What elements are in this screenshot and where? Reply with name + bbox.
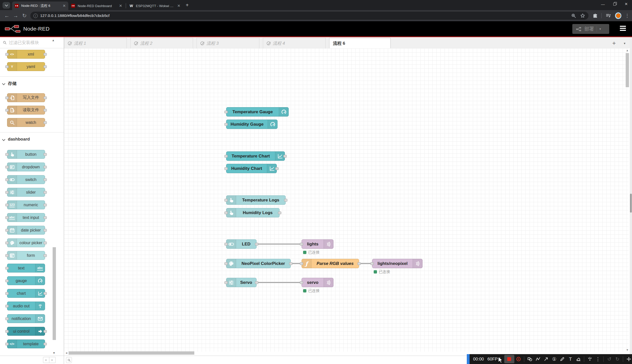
- extensions-puzzle-icon[interactable]: [593, 13, 598, 18]
- palette-node-text-input[interactable]: abctext input: [7, 213, 45, 222]
- output-port[interactable]: [278, 211, 281, 214]
- input-port[interactable]: [224, 167, 228, 170]
- input-port[interactable]: [5, 317, 9, 320]
- input-port[interactable]: [224, 123, 228, 126]
- output-port[interactable]: [255, 243, 258, 245]
- text-tool-icon[interactable]: T: [567, 356, 574, 362]
- add-flow-button[interactable]: +: [612, 41, 616, 46]
- undo-tool-icon[interactable]: ↺: [606, 356, 613, 362]
- input-port[interactable]: [5, 216, 9, 219]
- output-port[interactable]: [44, 121, 47, 124]
- palette-node-gauge[interactable]: gauge: [7, 276, 45, 285]
- flow-node-led[interactable]: LED: [226, 239, 257, 249]
- palette-node-写入文件[interactable]: 写入文件: [7, 93, 45, 102]
- palette-node-date-picker[interactable]: date picker: [7, 226, 45, 235]
- scroll-down-icon[interactable]: ▼: [626, 348, 629, 351]
- input-port[interactable]: [224, 262, 228, 265]
- palette-node-numeric[interactable]: 123numeric: [7, 200, 45, 209]
- input-port[interactable]: [224, 243, 228, 245]
- flow-node-servo[interactable]: servo: [302, 278, 333, 287]
- palette-node-watch[interactable]: watch: [7, 118, 45, 127]
- browser-tab-2[interactable]: Node-RED Dashboard✕: [69, 2, 125, 10]
- main-menu-button[interactable]: [620, 26, 626, 32]
- input-port[interactable]: [300, 281, 303, 284]
- palette-node-yaml[interactable]: Yyaml: [7, 62, 45, 71]
- output-port[interactable]: [44, 216, 47, 219]
- scroll-up-icon[interactable]: ▲: [626, 49, 629, 52]
- input-port[interactable]: [5, 153, 9, 156]
- deploy-options-caret[interactable]: ▾: [597, 26, 601, 32]
- output-port[interactable]: [289, 262, 292, 265]
- flow-tab-流程-4[interactable]: 流程 4: [263, 38, 326, 48]
- output-port[interactable]: [357, 262, 361, 265]
- palette-node-switch[interactable]: switch: [7, 175, 45, 184]
- canvas-zoom-button[interactable]: [66, 357, 72, 363]
- category-header-存储[interactable]: 存储: [3, 80, 64, 87]
- input-port[interactable]: [5, 178, 9, 181]
- input-port[interactable]: [224, 211, 228, 214]
- input-port[interactable]: [5, 292, 9, 295]
- counter-tool-icon[interactable]: ①: [551, 356, 558, 362]
- output-port[interactable]: [44, 229, 47, 232]
- output-port[interactable]: [44, 53, 47, 56]
- input-port[interactable]: [5, 229, 9, 232]
- pause-tool-icon[interactable]: [515, 356, 522, 362]
- redo-tool-icon[interactable]: ↻: [614, 356, 621, 362]
- palette-node-template[interactable]: </>template: [7, 339, 45, 348]
- flow-node-temperature-gauge[interactable]: Temperature Gauge: [226, 107, 289, 117]
- palette-scrollbar[interactable]: [53, 247, 56, 340]
- collapse-categories-button[interactable]: »: [43, 357, 49, 363]
- output-port[interactable]: [44, 343, 47, 345]
- palette-node-ui-control[interactable]: ui control: [7, 327, 45, 336]
- output-port[interactable]: [275, 167, 279, 170]
- input-port[interactable]: [5, 96, 9, 99]
- output-port[interactable]: [44, 330, 47, 333]
- flow-tab-流程-6[interactable]: 流程 6: [329, 38, 391, 48]
- input-port[interactable]: [5, 203, 9, 206]
- flow-node-lights[interactable]: lights: [302, 239, 333, 249]
- tab-close-icon[interactable]: ✕: [62, 4, 66, 8]
- output-port[interactable]: [44, 65, 47, 68]
- recorder-drag-handle[interactable]: [467, 354, 470, 364]
- output-port[interactable]: [44, 153, 47, 156]
- palette-node-slider[interactable]: slider: [7, 188, 45, 197]
- profile-avatar[interactable]: [615, 12, 621, 19]
- tab-search-button[interactable]: [3, 2, 10, 9]
- window-close-button[interactable]: ✕: [620, 0, 632, 8]
- pencil-tool-icon[interactable]: [559, 356, 566, 362]
- palette-node-audio-out[interactable]: audio out: [7, 302, 45, 310]
- bookmark-star-icon[interactable]: [580, 13, 585, 18]
- palette-node-notification[interactable]: notification: [7, 314, 45, 323]
- expand-categories-button[interactable]: «: [49, 357, 56, 363]
- canvas-vertical-scrollbar[interactable]: ▲ ▼: [626, 49, 629, 351]
- flow-list-button[interactable]: ▾: [624, 41, 625, 45]
- input-port[interactable]: [5, 65, 9, 68]
- window-minimize-button[interactable]: —: [597, 0, 609, 8]
- site-info-icon[interactable]: i: [33, 14, 38, 18]
- palette-scroll-down-icon[interactable]: ▼: [53, 351, 55, 354]
- output-port[interactable]: [283, 155, 287, 157]
- palette-node-button[interactable]: button: [7, 150, 45, 159]
- input-port[interactable]: [5, 330, 9, 333]
- freehand-tool-icon[interactable]: [534, 356, 542, 362]
- scroll-left-icon[interactable]: ◄: [65, 351, 68, 354]
- output-port[interactable]: [44, 203, 47, 206]
- move-tool-icon[interactable]: [625, 356, 632, 362]
- forward-button[interactable]: →: [11, 13, 20, 19]
- input-port[interactable]: [300, 262, 303, 265]
- output-port[interactable]: [44, 241, 47, 244]
- flow-node-humidity-logs[interactable]: Humidity Logs: [226, 208, 280, 217]
- browser-menu-dots-icon[interactable]: ⋮: [625, 13, 629, 18]
- arrow-tool-icon[interactable]: [542, 356, 550, 362]
- page-scroll-thumb[interactable]: [630, 194, 632, 213]
- flow-node-temperature-chart[interactable]: Temperature Chart: [226, 151, 285, 161]
- horizontal-scroll-thumb[interactable]: [69, 351, 194, 355]
- palette-node-xml[interactable]: <>xml: [7, 50, 45, 59]
- reload-button[interactable]: ↻: [20, 13, 29, 19]
- url-text[interactable]: 127.0.0.1:1880/#flow/b84dfecb7cbcb5cf: [40, 13, 567, 18]
- palette-node-colour-picker[interactable]: colour picker: [7, 238, 45, 247]
- address-bar[interactable]: i 127.0.0.1:1880/#flow/b84dfecb7cbcb5cf: [30, 12, 588, 20]
- page-zoom-icon[interactable]: [571, 13, 576, 18]
- input-port[interactable]: [5, 53, 9, 56]
- palette-node-chart[interactable]: chart: [7, 289, 45, 298]
